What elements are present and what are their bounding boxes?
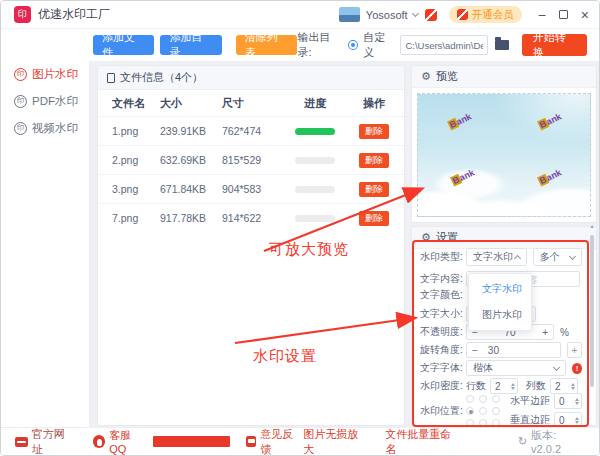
position-radio-selected[interactable] (466, 407, 474, 415)
spinner-arrows-icon[interactable] (575, 417, 579, 424)
position-radio[interactable] (479, 407, 487, 415)
custom-output-radio[interactable] (348, 40, 358, 50)
watermark-sample: Bank (537, 167, 563, 186)
rotation-plus-button[interactable]: + (567, 342, 582, 358)
rotation-input[interactable]: − 30 (466, 342, 561, 358)
user-avatar[interactable] (339, 7, 360, 22)
settings-scrollbar[interactable]: ▲ (589, 223, 595, 423)
position-radio[interactable] (492, 407, 500, 415)
close-button[interactable]: × (581, 9, 589, 21)
rows-spinner[interactable]: 2 (490, 378, 518, 394)
progress-bar (295, 128, 335, 135)
browse-folder-icon[interactable] (495, 40, 509, 50)
watermark-type-select[interactable]: 文字水印 (466, 248, 527, 266)
watermark-rest: ank (458, 167, 476, 183)
sidebar-item-image-watermark[interactable]: 印 图片水印 (1, 64, 78, 84)
toolbar: 添加文件 添加目录 清除列表 输出目录: 自定义 开始转换 (1, 29, 599, 61)
file-dimensions: 815*529 (222, 154, 282, 166)
feedback-label: 意见反馈 (260, 427, 303, 456)
support-qq-label: 客服QQ (109, 428, 147, 455)
version-label: 版本: v2.0.2 (531, 428, 587, 455)
vmargin-label: 垂直边距 (510, 413, 550, 427)
minimize-button[interactable]: − (538, 10, 546, 20)
official-site-link[interactable]: 官方网址 (15, 427, 75, 456)
sidebar-item-video-watermark[interactable]: 印 视频水印 (1, 118, 78, 138)
cols-label: 列数 (526, 379, 546, 393)
delete-button[interactable]: 删除 (359, 124, 389, 139)
position-radio[interactable] (466, 395, 474, 403)
hmargin-row: 水平边距 0 (510, 393, 582, 409)
position-radio-grid (466, 395, 502, 428)
col-actions: 操作 (348, 96, 400, 111)
hmargin-label: 水平边距 (510, 394, 550, 408)
delete-button[interactable]: 删除 (359, 211, 389, 226)
output-dir-label: 输出目录: (297, 30, 343, 60)
file-name: 2.png (98, 154, 160, 166)
delete-button[interactable]: 删除 (359, 153, 389, 168)
dropdown-option-text-watermark[interactable]: 文字水印 (469, 276, 531, 302)
account-chevron-down-icon[interactable] (412, 10, 419, 17)
preview-title: 预览 (436, 69, 458, 84)
output-path-input[interactable] (400, 35, 488, 55)
support-qq-link[interactable]: 客服QQ (93, 428, 230, 455)
spinner-arrows-icon[interactable] (571, 383, 575, 390)
sidebar-item-label: 图片水印 (32, 67, 78, 82)
file-info-panel: 文件信息（4个） 文件名 大小 尺寸 进度 操作 1.png 239.91KB … (97, 65, 405, 426)
opacity-label: 不透明度: (420, 325, 466, 339)
progress-bar (295, 157, 335, 164)
progress-bar (295, 186, 335, 193)
density-row: 水印密度: 行数 2 列数 2 (420, 378, 582, 394)
preview-image[interactable]: Bank Bank Bank Bank (417, 93, 591, 217)
watermark-type-dropdown: 文字水印 图片水印 (468, 273, 532, 331)
clear-list-button[interactable]: 清除列表 (236, 35, 297, 55)
vip-upgrade-button[interactable]: 开通会员 (449, 6, 522, 23)
watermark-type-value: 文字水印 (473, 250, 513, 264)
minus-icon[interactable]: − (472, 345, 478, 356)
batch-rename-link[interactable]: 文件批量重命名 (385, 427, 460, 456)
maximize-button[interactable] (559, 10, 568, 19)
official-site-label: 官方网址 (32, 427, 75, 456)
font-row: 文字字体: 楷体 ! (420, 360, 582, 376)
lossless-upscale-link[interactable]: 图片无损放大 (303, 427, 367, 456)
plus-icon[interactable]: + (542, 327, 548, 338)
col-dimensions: 尺寸 (222, 96, 282, 111)
vip-label: 开通会员 (472, 8, 514, 22)
qq-number-redacted (153, 436, 229, 447)
account-name[interactable]: Yososoft (366, 9, 408, 21)
rotation-row: 旋转角度: − 30 + (420, 342, 582, 358)
refresh-icon[interactable]: ↻ (518, 435, 527, 448)
position-radio[interactable] (492, 395, 500, 403)
scrollbar-thumb[interactable] (590, 235, 594, 387)
add-directory-button[interactable]: 添加目录 (160, 35, 221, 55)
app-title: 优速水印工厂 (38, 6, 110, 23)
scroll-up-icon[interactable]: ▲ (589, 223, 595, 229)
delete-button[interactable]: 删除 (359, 182, 389, 197)
status-bar: 官方网址 客服QQ 意见反馈 图片无损放大 文件批量重命名 ↻ 版本: v2.0… (1, 427, 599, 455)
seal-icon: 印 (14, 95, 27, 108)
position-radio[interactable] (479, 395, 487, 403)
seal-icon: 印 (14, 122, 27, 135)
cols-spinner[interactable]: 2 (550, 378, 578, 394)
table-row: 7.png 917.78KB 914*622 删除 (98, 203, 404, 232)
file-name: 7.png (98, 212, 160, 224)
dropdown-option-image-watermark[interactable]: 图片水印 (469, 302, 531, 328)
feedback-icon (246, 436, 257, 447)
col-size: 大小 (160, 96, 222, 111)
file-size: 239.91KB (160, 125, 222, 137)
feedback-link[interactable]: 意见反馈 (246, 427, 304, 456)
text-content-label: 文字内容: (420, 272, 466, 286)
document-icon (107, 73, 115, 83)
add-file-button[interactable]: 添加文件 (93, 35, 154, 55)
sidebar-item-pdf-watermark[interactable]: 印 PDF水印 (1, 91, 78, 111)
table-row: 1.png 239.91KB 762*474 删除 (98, 116, 404, 145)
file-name: 3.png (98, 183, 160, 195)
hmargin-spinner[interactable]: 0 (554, 393, 582, 409)
spinner-arrows-icon[interactable] (575, 398, 579, 405)
font-select[interactable]: 楷体 (466, 360, 566, 376)
file-dimensions: 904*583 (222, 183, 282, 195)
website-icon (15, 437, 28, 447)
watermark-count-select[interactable]: 多个 (533, 248, 582, 266)
start-convert-button[interactable]: 开始转换 (522, 34, 587, 56)
rows-value: 2 (495, 381, 501, 392)
spinner-arrows-icon[interactable] (511, 383, 515, 390)
